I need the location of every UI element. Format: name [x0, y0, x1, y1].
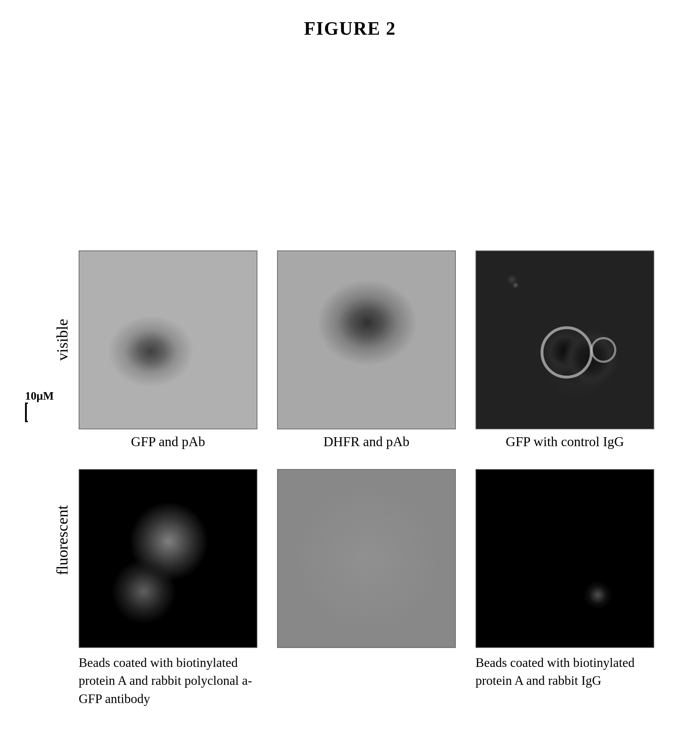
col-control-fluor	[475, 469, 654, 648]
caption-visible-dhfr: DHFR and pAb	[277, 434, 456, 450]
image-visible-control	[475, 250, 654, 430]
caption-visible-gfp: GFP and pAb	[79, 434, 257, 450]
scale-text: 10μM	[25, 389, 54, 403]
caption-visible-control: GFP with control IgG	[475, 434, 654, 450]
label-fluorescent: fluorescent	[53, 505, 71, 575]
title-text: FIGURE 2	[304, 18, 396, 39]
col-control-visible: GFP with control IgG	[475, 250, 654, 450]
col-dhfr-fluor	[277, 469, 456, 648]
page: FIGURE 2 visible 10μM fluorescent	[0, 0, 700, 751]
col-gfp-fluor	[79, 469, 257, 648]
content-area: visible 10μM fluorescent	[22, 250, 678, 708]
fluorescent-row	[79, 469, 678, 648]
image-fluor-dhfr	[277, 469, 456, 648]
row-gap	[79, 450, 678, 469]
bottom-caption-right: Beads coated with biotinylated protein A…	[475, 654, 654, 708]
left-side: visible 10μM fluorescent	[22, 250, 75, 630]
bottom-captions: Beads coated with biotinylated protein A…	[79, 654, 678, 708]
label-visible-wrap: visible	[53, 250, 75, 430]
visible-row: GFP and pAb DHFR and pAb GFP with contro…	[79, 250, 678, 450]
label-fluorescent-wrap: fluorescent	[53, 451, 75, 630]
right-side: GFP and pAb DHFR and pAb GFP with contro…	[79, 250, 678, 708]
image-visible-dhfr	[277, 250, 456, 430]
scale-bar-graphic	[25, 403, 28, 422]
label-visible: visible	[53, 319, 71, 361]
image-fluor-gfp	[79, 469, 257, 648]
col-gfp-visible: GFP and pAb	[79, 250, 257, 450]
bottom-caption-left: Beads coated with biotinylated protein A…	[79, 654, 257, 708]
col-dhfr-visible: DHFR and pAb	[277, 250, 456, 450]
image-fluor-control	[475, 469, 654, 648]
figure-title: FIGURE 2	[0, 18, 700, 39]
image-visible-gfp	[79, 250, 257, 430]
scale-bar-area: 10μM	[22, 389, 54, 422]
grid-layout: visible 10μM fluorescent	[22, 250, 678, 708]
